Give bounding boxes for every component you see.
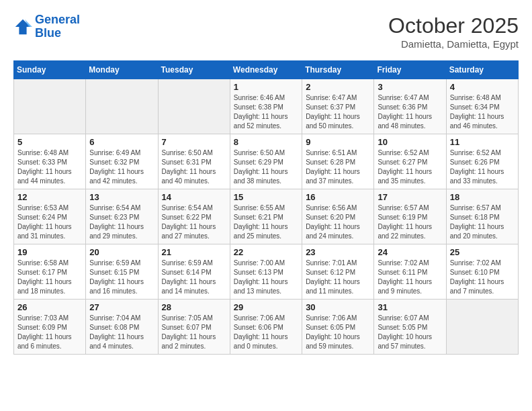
month-title: October 2025 [388, 13, 519, 38]
logo-icon [13, 17, 32, 36]
day-number: 15 [234, 192, 298, 202]
calendar-cell: 18Sunrise: 6:57 AM Sunset: 6:18 PM Dayli… [446, 189, 518, 244]
calendar-cell [14, 79, 86, 134]
title-block: October 2025 Damietta, Damietta, Egypt [388, 13, 519, 50]
day-of-week-header: Tuesday [158, 61, 230, 79]
calendar-cell: 2Sunrise: 6:47 AM Sunset: 6:37 PM Daylig… [302, 79, 374, 134]
day-info: Sunrise: 7:06 AM Sunset: 6:06 PM Dayligh… [234, 314, 298, 351]
day-info: Sunrise: 6:58 AM Sunset: 6:17 PM Dayligh… [17, 259, 82, 296]
calendar-cell: 9Sunrise: 6:51 AM Sunset: 6:28 PM Daylig… [302, 134, 374, 189]
calendar-cell: 14Sunrise: 6:54 AM Sunset: 6:22 PM Dayli… [158, 189, 230, 244]
logo-text: General Blue [35, 13, 80, 40]
day-number: 12 [17, 192, 82, 202]
day-number: 28 [162, 302, 226, 312]
day-info: Sunrise: 6:57 AM Sunset: 6:18 PM Dayligh… [450, 203, 515, 241]
calendar-cell [446, 300, 518, 355]
day-of-week-header: Thursday [302, 61, 374, 79]
day-number: 20 [89, 247, 154, 257]
calendar-cell: 17Sunrise: 6:57 AM Sunset: 6:19 PM Dayli… [374, 189, 446, 244]
day-info: Sunrise: 6:49 AM Sunset: 6:32 PM Dayligh… [89, 148, 154, 186]
day-of-week-header: Wednesday [230, 61, 302, 79]
calendar-cell: 31Sunrise: 6:07 AM Sunset: 5:05 PM Dayli… [374, 300, 446, 355]
svg-marker-0 [15, 19, 30, 34]
day-info: Sunrise: 6:56 AM Sunset: 6:20 PM Dayligh… [306, 203, 370, 241]
calendar-cell: 15Sunrise: 6:55 AM Sunset: 6:21 PM Dayli… [230, 189, 302, 244]
day-number: 2 [306, 82, 370, 92]
day-number: 26 [17, 302, 82, 312]
calendar-cell: 11Sunrise: 6:52 AM Sunset: 6:26 PM Dayli… [446, 134, 518, 189]
day-number: 29 [234, 302, 298, 312]
day-number: 4 [450, 82, 515, 92]
calendar-week-row: 12Sunrise: 6:53 AM Sunset: 6:24 PM Dayli… [14, 189, 519, 244]
day-number: 6 [89, 137, 154, 147]
day-info: Sunrise: 7:04 AM Sunset: 6:08 PM Dayligh… [89, 314, 154, 351]
calendar-cell: 10Sunrise: 6:52 AM Sunset: 6:27 PM Dayli… [374, 134, 446, 189]
day-number: 22 [234, 247, 298, 257]
calendar-cell: 4Sunrise: 6:48 AM Sunset: 6:34 PM Daylig… [446, 79, 518, 134]
day-number: 14 [162, 192, 226, 202]
day-info: Sunrise: 6:59 AM Sunset: 6:15 PM Dayligh… [89, 259, 154, 296]
day-number: 11 [450, 137, 515, 147]
day-of-week-header: Monday [86, 61, 158, 79]
day-info: Sunrise: 6:59 AM Sunset: 6:14 PM Dayligh… [162, 259, 226, 296]
day-info: Sunrise: 6:48 AM Sunset: 6:34 PM Dayligh… [450, 93, 515, 131]
calendar-cell: 6Sunrise: 6:49 AM Sunset: 6:32 PM Daylig… [86, 134, 158, 189]
day-number: 10 [378, 137, 442, 147]
day-info: Sunrise: 7:02 AM Sunset: 6:11 PM Dayligh… [378, 259, 442, 296]
calendar-week-row: 19Sunrise: 6:58 AM Sunset: 6:17 PM Dayli… [14, 244, 519, 300]
calendar-week-row: 5Sunrise: 6:48 AM Sunset: 6:33 PM Daylig… [14, 134, 519, 189]
day-number: 21 [162, 247, 226, 257]
calendar-cell: 21Sunrise: 6:59 AM Sunset: 6:14 PM Dayli… [158, 244, 230, 300]
day-info: Sunrise: 6:54 AM Sunset: 6:22 PM Dayligh… [162, 203, 226, 241]
day-number: 31 [378, 302, 442, 312]
day-of-week-header: Friday [374, 61, 446, 79]
day-of-week-header: Saturday [446, 61, 518, 79]
day-number: 3 [378, 82, 442, 92]
day-info: Sunrise: 6:54 AM Sunset: 6:23 PM Dayligh… [89, 203, 154, 241]
day-number: 18 [450, 192, 515, 202]
day-info: Sunrise: 7:03 AM Sunset: 6:09 PM Dayligh… [17, 314, 82, 351]
day-info: Sunrise: 6:53 AM Sunset: 6:24 PM Dayligh… [17, 203, 82, 241]
day-info: Sunrise: 6:07 AM Sunset: 5:05 PM Dayligh… [378, 314, 442, 351]
calendar-week-row: 1Sunrise: 6:46 AM Sunset: 6:38 PM Daylig… [14, 79, 519, 134]
calendar-cell: 26Sunrise: 7:03 AM Sunset: 6:09 PM Dayli… [14, 300, 86, 355]
day-number: 5 [17, 137, 82, 147]
day-number: 17 [378, 192, 442, 202]
day-number: 9 [306, 137, 370, 147]
day-number: 16 [306, 192, 370, 202]
calendar-cell: 16Sunrise: 6:56 AM Sunset: 6:20 PM Dayli… [302, 189, 374, 244]
day-number: 30 [306, 302, 370, 312]
day-number: 25 [450, 247, 515, 257]
calendar-cell: 7Sunrise: 6:50 AM Sunset: 6:31 PM Daylig… [158, 134, 230, 189]
day-info: Sunrise: 6:47 AM Sunset: 6:37 PM Dayligh… [306, 93, 370, 131]
day-number: 19 [17, 247, 82, 257]
calendar-cell [86, 79, 158, 134]
calendar-week-row: 26Sunrise: 7:03 AM Sunset: 6:09 PM Dayli… [14, 300, 519, 355]
day-info: Sunrise: 6:47 AM Sunset: 6:36 PM Dayligh… [378, 93, 442, 131]
calendar-cell: 8Sunrise: 6:50 AM Sunset: 6:29 PM Daylig… [230, 134, 302, 189]
days-of-week-row: SundayMondayTuesdayWednesdayThursdayFrid… [14, 61, 519, 79]
calendar-cell: 25Sunrise: 7:02 AM Sunset: 6:10 PM Dayli… [446, 244, 518, 300]
day-info: Sunrise: 6:46 AM Sunset: 6:38 PM Dayligh… [234, 93, 298, 131]
day-info: Sunrise: 7:06 AM Sunset: 6:05 PM Dayligh… [306, 314, 370, 351]
day-info: Sunrise: 7:00 AM Sunset: 6:13 PM Dayligh… [234, 259, 298, 296]
calendar-cell: 23Sunrise: 7:01 AM Sunset: 6:12 PM Dayli… [302, 244, 374, 300]
calendar-cell: 1Sunrise: 6:46 AM Sunset: 6:38 PM Daylig… [230, 79, 302, 134]
day-info: Sunrise: 7:05 AM Sunset: 6:07 PM Dayligh… [162, 314, 226, 351]
day-number: 24 [378, 247, 442, 257]
calendar-cell: 5Sunrise: 6:48 AM Sunset: 6:33 PM Daylig… [14, 134, 86, 189]
day-number: 8 [234, 137, 298, 147]
calendar-cell: 20Sunrise: 6:59 AM Sunset: 6:15 PM Dayli… [86, 244, 158, 300]
location-subtitle: Damietta, Damietta, Egypt [388, 38, 519, 50]
day-info: Sunrise: 6:51 AM Sunset: 6:28 PM Dayligh… [306, 148, 370, 186]
calendar-cell: 22Sunrise: 7:00 AM Sunset: 6:13 PM Dayli… [230, 244, 302, 300]
calendar-cell: 27Sunrise: 7:04 AM Sunset: 6:08 PM Dayli… [86, 300, 158, 355]
calendar-cell: 30Sunrise: 7:06 AM Sunset: 6:05 PM Dayli… [302, 300, 374, 355]
day-info: Sunrise: 7:01 AM Sunset: 6:12 PM Dayligh… [306, 259, 370, 296]
calendar-cell: 3Sunrise: 6:47 AM Sunset: 6:36 PM Daylig… [374, 79, 446, 134]
day-number: 1 [234, 82, 298, 92]
day-number: 23 [306, 247, 370, 257]
calendar-table: SundayMondayTuesdayWednesdayThursdayFrid… [13, 60, 519, 355]
page-header: General Blue October 2025 Damietta, Dami… [13, 13, 519, 50]
day-number: 27 [89, 302, 154, 312]
